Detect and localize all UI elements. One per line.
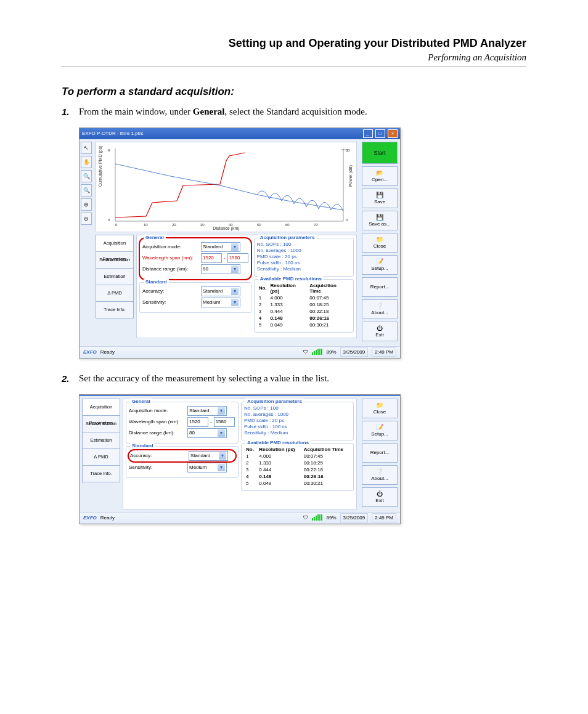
close-button[interactable]: 📁Close [362,399,398,418]
resolutions-table[interactable]: No.Resolution (ps)Acquisition Time 14.00… [244,446,351,487]
percent-label: 89% [327,349,337,355]
acq-params-fieldset: Acquisition parameters Nb. SOPs : 100 Nb… [254,238,354,277]
time-label: 2:49 PM [372,513,396,522]
shield-icon: 🛡 [303,349,308,355]
help-icon: ❔ [376,469,383,475]
zoom-tool-icon[interactable]: 🔍 [81,184,92,197]
distance-select[interactable]: 80▾ [201,264,240,274]
zoom-tool-icon[interactable]: 🔍 [81,170,92,182]
tab-acquisition-parameters[interactable]: Acquisition Parameters [96,235,134,252]
tab-trace-info[interactable]: Trace Info. [96,301,134,318]
tab-section-edition[interactable]: Section Edition [96,251,134,269]
table-row: 14.00000:07:45 [244,453,351,460]
power-icon: ⏻ [377,325,383,331]
percent-label: 89% [327,515,337,521]
tab-trace-info[interactable]: Trace Info. [82,465,120,482]
acq-params-legend: Acquisition parameters [258,235,317,240]
save-as-button[interactable]: 💾Save as... [362,211,398,230]
tab-delta-pmd[interactable]: Δ PMD [96,285,134,302]
svg-text:Cumulative PMD (ps): Cumulative PMD (ps) [98,145,103,187]
zoom-out-icon[interactable]: ⊖ [81,213,92,225]
acq-params-fieldset: Acquisition parameters Nb. SOPs : 100 Nb… [241,402,354,440]
sensitivity-label: Sensitivity: [129,465,186,470]
chevron-down-icon: ▾ [218,464,225,471]
exit-button[interactable]: ⏻Exit [362,487,398,507]
progress-bars [312,514,323,522]
chapter-title: Setting up and Operating your Distribute… [62,37,526,50]
table-row: 21.33300:18:25 [244,460,351,466]
pointer-tool-icon[interactable]: ↖ [81,142,92,154]
general-fieldset: General Acquisition mode: Standard▾ Wave… [126,402,239,444]
standard-legend: Standard [130,443,155,448]
setup-button[interactable]: 📝Setup... [362,421,398,440]
tab-section-edition[interactable]: Section Edition [82,415,120,432]
table-row: 50.04900:30:21 [244,480,351,487]
tab-estimation[interactable]: Estimation [96,268,134,285]
about-button[interactable]: ❔About... [362,299,398,319]
save-icon: 💾 [376,214,383,221]
standard-legend: Standard [144,279,169,285]
exit-button[interactable]: ⏻Exit [362,322,398,341]
wavelength-from-input[interactable]: 1520 [187,417,208,427]
wavelength-label: Wavelength span (nm): [142,255,199,261]
setup-icon: 📝 [376,259,383,265]
sensitivity-select[interactable]: Medium▾ [201,298,240,307]
standard-fieldset: Standard Accuracy: Standard▾ Sensitivity… [139,282,251,313]
chevron-down-icon: ▾ [219,452,226,460]
close-button[interactable]: × [388,129,398,138]
acq-mode-select[interactable]: Standard▾ [201,242,240,252]
status-bar: EXFO Ready 🛡 89% 3/25/2009 2:49 PM [80,512,400,524]
tab-estimation[interactable]: Estimation [82,432,120,449]
about-button[interactable]: ❔About... [362,465,398,485]
close-button[interactable]: 📁Close [362,233,398,253]
resolutions-legend: Available PMD resolutions [258,276,324,282]
resolutions-table[interactable]: No.Resolution (ps)Acquisition Time 14.00… [257,282,351,328]
table-row: 30.44400:22:18 [244,466,351,473]
standard-fieldset: Standard Accuracy: Standard▾ Sensitivity… [126,446,239,478]
wavelength-to-input[interactable]: 1580 [227,253,248,263]
hand-tool-icon[interactable]: ✋ [81,156,92,168]
acq-mode-select[interactable]: Standard▾ [187,406,227,416]
svg-text:30: 30 [346,148,350,152]
report-button[interactable]: Report... [362,443,398,463]
table-row: 21.33300:18:25 [257,301,351,308]
param-line: Pulse sidth : 100 ns [244,424,351,429]
chapter-subtitle: Performing an Acquisition [62,52,526,63]
start-button[interactable]: Start [362,142,398,164]
minimize-button[interactable]: _ [363,129,373,138]
open-button[interactable]: 📂Open... [362,166,398,186]
folder-icon: 📁 [376,237,383,243]
accuracy-select[interactable]: Standard▾ [201,286,240,296]
svg-text:40: 40 [229,223,233,227]
setup-button[interactable]: 📝Setup... [362,255,398,275]
distance-select[interactable]: 80▾ [187,428,227,438]
tab-acquisition-parameters[interactable]: Acquisition Parameters [82,399,120,416]
param-line: PMD scale : 20 ps [257,254,351,259]
window-title: EXFO P-OTDR - fibre 1.ptrc [82,128,144,139]
svg-text:0: 0 [346,218,348,222]
window-titlebar[interactable]: EXFO P-OTDR - fibre 1.ptrc _ □ × [80,128,400,139]
zoom-in-icon[interactable]: ⊕ [81,198,92,211]
progress-bars [312,349,323,356]
acq-mode-label: Acquisition mode: [129,408,186,413]
setup-icon: 📝 [376,424,383,431]
accuracy-select[interactable]: Standard▾ [189,451,228,461]
save-button[interactable]: 💾Save [362,189,398,208]
tab-delta-pmd[interactable]: Δ PMD [82,448,120,466]
general-legend: General [144,235,166,240]
svg-text:9: 9 [108,148,110,152]
step-number: 2. [62,372,79,386]
maximize-button[interactable]: □ [375,129,385,138]
wavelength-from-input[interactable]: 1520 [201,253,222,263]
svg-text:10: 10 [144,223,148,227]
svg-text:50: 50 [257,223,261,227]
report-button[interactable]: Report... [362,277,398,297]
help-icon: ❔ [376,303,383,309]
distance-label: Distance range (km): [129,430,186,436]
wavelength-to-input[interactable]: 1580 [214,417,235,427]
table-row: 50.04900:30:21 [257,322,351,328]
resolutions-legend: Available PMD resolutions [245,440,311,445]
trace-chart[interactable]: Cumulative PMD (ps) Power (dB) Distance … [96,142,357,232]
sensitivity-select[interactable]: Medium▾ [187,463,227,473]
folder-icon: 📁 [376,402,383,408]
